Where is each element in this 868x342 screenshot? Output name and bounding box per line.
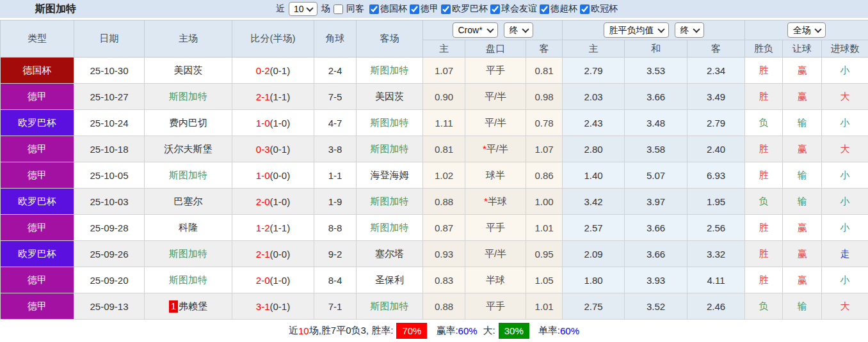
result-wdl: 负: [745, 110, 783, 136]
away-team-cell: 斯图加特: [357, 293, 423, 320]
result-scope-select[interactable]: 全场: [787, 22, 826, 38]
subheader-euro-away: 客: [687, 40, 745, 58]
euro-home-odds: 2.57: [563, 215, 625, 241]
league-badge: 欧罗巴杯: [1, 241, 74, 267]
home-team-name: 巴塞尔: [174, 196, 203, 206]
home-team-cell: 1弗赖堡: [145, 293, 232, 320]
halftime-score: (0-1): [270, 301, 291, 312]
league-label-3: 球会友谊: [501, 3, 537, 15]
euro-away-odds: 2.46: [687, 293, 745, 320]
table-row: 欧罗巴杯 25-10-03 巴塞尔 2-0(1-0) 1-9 斯图加特 0.88…: [1, 189, 868, 215]
summary-prefix: 近: [289, 325, 298, 337]
away-team-name: 斯图加特: [371, 143, 409, 154]
handicap-cell: 平/半: [465, 110, 526, 136]
same-venue-checkbox[interactable]: [334, 4, 343, 14]
euro-home-odds: 2.79: [563, 58, 625, 84]
summary-bar: 近10场,胜7平0负3, 胜率: 70% 赢率:60% 大: 30% 单率:60…: [0, 320, 868, 342]
away-team-name: 塞尔塔: [375, 248, 404, 259]
league-checkbox-5[interactable]: [580, 4, 590, 14]
home-team-name: 科隆: [179, 222, 198, 233]
fulltime-score: 2-0: [256, 275, 270, 286]
asian-home-odds: 1.02: [423, 162, 465, 189]
match-date: 25-09-20: [74, 267, 145, 293]
score-cell: 1-0(1-0): [232, 110, 314, 136]
table-row: 欧罗巴杯 25-09-26 斯图加特 2-1(0-0) 9-2 塞尔塔 0.93…: [1, 241, 868, 267]
away-team-cell: 斯图加特: [357, 58, 423, 84]
home-team-cell: 斯图加特: [145, 241, 232, 267]
league-filter-group: 德国杯德甲欧罗巴杯球会友谊德超杯欧冠杯: [368, 3, 619, 15]
fulltime-score: 1-0: [256, 170, 270, 181]
result-goals: 小: [822, 110, 868, 136]
subheader-asian-away: 客: [526, 40, 563, 58]
asian-home-odds: 0.93: [423, 241, 465, 267]
euro-draw-odds: 3.66: [625, 84, 687, 110]
away-team-name: 斯图加特: [371, 222, 409, 233]
league-checkbox-3[interactable]: [490, 4, 500, 14]
match-date: 25-09-28: [74, 215, 145, 241]
league-filter-0: 德国杯: [368, 3, 407, 15]
fulltime-score: 1-0: [256, 118, 270, 128]
score-cell: 1-0(0-0): [232, 162, 314, 189]
result-handicap: 赢: [783, 58, 822, 84]
table-row: 德甲 25-09-13 1弗赖堡 3-1(0-1) 7-1 斯图加特 0.88 …: [1, 293, 868, 320]
asian-time-select[interactable]: 终: [504, 22, 533, 38]
league-checkbox-0[interactable]: [369, 4, 379, 14]
filter-controls: 近 10 场 同客 德国杯德甲欧罗巴杯球会友谊德超杯欧冠杯: [274, 0, 621, 18]
table-row: 德甲 25-10-05 斯图加特 1-0(0-0) 1-1 海登海姆 1.02 …: [1, 162, 868, 189]
subheader-wdl: 胜负: [745, 40, 783, 58]
home-team-cell: 斯图加特: [145, 267, 232, 293]
same-venue-label: 同客: [346, 3, 364, 15]
handicap-line: 半球: [486, 274, 505, 285]
handicap-line: 球半: [486, 169, 505, 180]
euro-home-odds: 3.42: [563, 189, 625, 215]
result-handicap: 赢: [783, 267, 822, 293]
col-header-home: 主场: [145, 20, 232, 58]
table-row: 德甲 25-09-28 科隆 1-2(1-1) 8-8 斯图加特 0.87 平手…: [1, 215, 868, 241]
euro-draw-odds: 3.66: [625, 215, 687, 241]
league-checkbox-2[interactable]: [441, 4, 451, 14]
corner-count: 3-8: [314, 136, 357, 162]
score-cell: 1-2(1-1): [232, 215, 314, 241]
halftime-score: (0-1): [270, 144, 291, 155]
result-wdl: 胜: [745, 136, 783, 162]
league-badge: 欧罗巴杯: [1, 189, 74, 215]
handicap-line: 平手: [486, 65, 505, 75]
asian-company-select[interactable]: Crow*: [453, 22, 498, 38]
away-team-name: 斯图加特: [371, 300, 409, 311]
result-goals: 走: [822, 241, 868, 267]
fulltime-score: 0-2: [256, 65, 270, 76]
recent-count-select[interactable]: 10: [289, 2, 317, 16]
league-badge: 德甲: [1, 267, 74, 293]
euro-type-select[interactable]: 胜平负均值: [604, 22, 669, 38]
table-row: 德甲 25-09-20 斯图加特 2-0(1-0) 8-4 圣保利 0.83 半…: [1, 267, 868, 293]
home-team-cell: 美因茨: [145, 58, 232, 84]
away-team-name: 圣保利: [375, 274, 404, 285]
euro-draw-odds: 3.53: [625, 58, 687, 84]
league-filter-5: 欧冠杯: [579, 3, 618, 15]
corner-count: 1-9: [314, 189, 357, 215]
euro-home-odds: 2.03: [563, 84, 625, 110]
league-checkbox-4[interactable]: [540, 4, 549, 14]
recent-label: 近: [276, 3, 285, 15]
col-header-score: 比分(半场): [232, 20, 314, 58]
league-checkbox-1[interactable]: [410, 4, 419, 14]
euro-draw-odds: 3.93: [625, 267, 687, 293]
league-filter-1: 德甲: [408, 3, 438, 15]
topbar: 斯图加特 近 10 场 同客 德国杯德甲欧罗巴杯球会友谊德超杯欧冠杯: [0, 0, 868, 18]
subheader-asian-home: 主: [423, 40, 465, 58]
euro-draw-odds: 3.52: [625, 293, 687, 320]
euro-time-select[interactable]: 终: [675, 22, 704, 38]
asian-away-odds: 0.86: [526, 162, 563, 189]
subheader-handicap-result: 让球: [783, 40, 822, 58]
handicap-cell: 平/半: [465, 84, 526, 110]
home-team-cell: 巴塞尔: [145, 189, 232, 215]
asian-away-odds: 0.95: [526, 241, 563, 267]
asian-home-odds: 0.90: [423, 84, 465, 110]
win-odds-label: 赢率:: [436, 325, 458, 337]
asian-away-odds: 0.81: [526, 58, 563, 84]
asian-home-odds: 0.83: [423, 267, 465, 293]
match-date: 25-10-24: [74, 110, 145, 136]
home-team-cell: 费内巴切: [145, 110, 232, 136]
halftime-score: (0-1): [270, 65, 291, 76]
match-date: 25-10-18: [74, 136, 145, 162]
